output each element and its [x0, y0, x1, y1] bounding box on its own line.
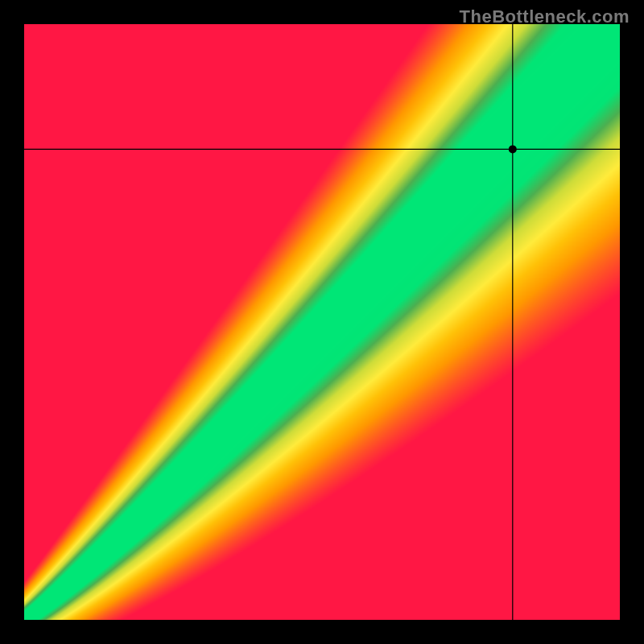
chart-container: TheBottleneck.com	[0, 0, 644, 644]
heatmap-plot	[24, 24, 620, 620]
heatmap-canvas	[24, 24, 620, 620]
watermark-text: TheBottleneck.com	[460, 6, 630, 27]
